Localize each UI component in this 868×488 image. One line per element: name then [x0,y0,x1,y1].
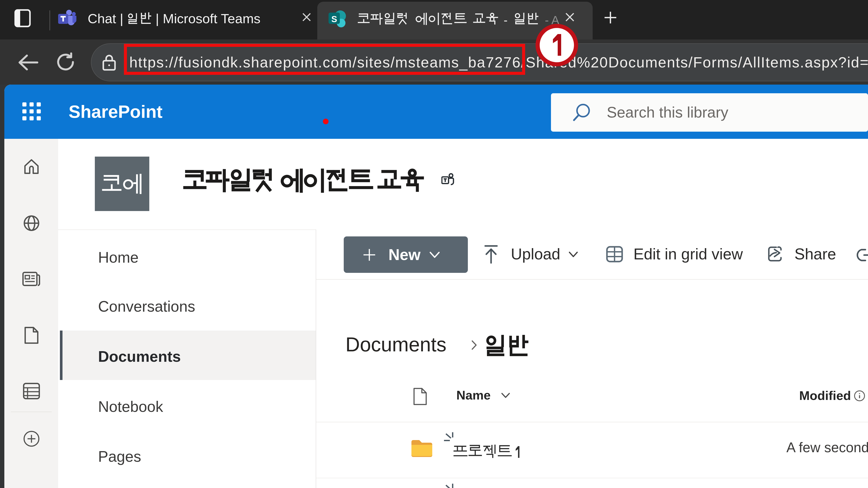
svg-text:S: S [331,14,337,24]
